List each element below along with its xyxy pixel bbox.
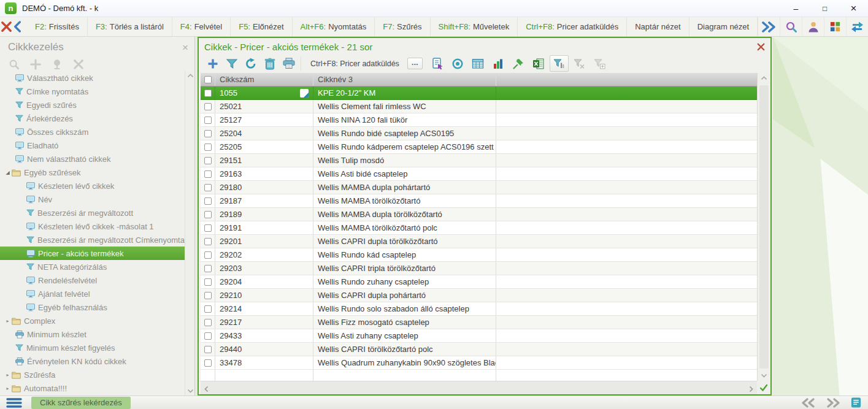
row-checkbox[interactable]	[204, 170, 212, 178]
table-row[interactable]: 25021Wellis Clement fali rimless WC	[201, 100, 757, 113]
sidebar-scrollbar[interactable]	[185, 71, 194, 396]
sidebar-item-beszerzesi-ar-megvaltozott-cimkenyomtat[interactable]: Beszerzési ár megváltozott Címkenyomtat	[0, 233, 185, 247]
row-checkbox[interactable]	[204, 143, 212, 151]
menu-icon[interactable]	[6, 397, 22, 408]
row-checkbox[interactable]	[204, 305, 212, 313]
table-row[interactable]: 29203Wellis CAPRI tripla törölközőtartó	[201, 262, 757, 275]
sidebar-item-pricer-akcios-termekek[interactable]: Pricer - akciós termékek	[0, 247, 185, 260]
scroll-right-icon[interactable]	[749, 386, 753, 392]
cmd-button-torles-a-listarol[interactable]: F3:Törlés a listáról	[88, 17, 172, 36]
chart-button[interactable]	[489, 55, 508, 72]
confirm-check-icon[interactable]	[757, 381, 770, 394]
table-row[interactable]: 25205Wellis Rundo kádperem csaptelep ACS…	[201, 140, 757, 154]
sidebar-item-valaszthato-cikkek[interactable]: Választható cikkek	[0, 71, 185, 85]
table-row[interactable]: 33478Wellis Quadrum zuhanykabin 90x90 sz…	[201, 356, 757, 370]
view-button[interactable]	[448, 55, 467, 72]
table-vertical-scrollbar[interactable]	[757, 73, 770, 381]
table-row[interactable]: 29187Wellis MAMBA törölközőtartó	[201, 194, 757, 208]
back-button[interactable]	[13, 17, 22, 36]
table-row[interactable]: 29189Wellis MAMBA dupla törölközőtartó	[201, 208, 757, 221]
minimize-button[interactable]: –	[782, 0, 810, 17]
collapsed-arrow-icon[interactable]: ▸	[4, 318, 12, 324]
cmd-button-pricer-adatkuldes[interactable]: Ctrl+F8:Pricer adatküldés	[518, 17, 627, 36]
sidebar-item-ajanlat-felvetel[interactable]: Ajánlat felvétel	[0, 287, 185, 300]
scroll-down-icon[interactable]	[761, 373, 767, 378]
filter-button[interactable]	[222, 55, 241, 72]
collapsed-arrow-icon[interactable]: ▸	[4, 372, 12, 378]
sidebar-item-egyeb-szuresek[interactable]: ◢Egyéb szűrések	[0, 166, 185, 179]
cmd-search-button[interactable]	[780, 17, 802, 36]
filter-add-button[interactable]	[590, 55, 609, 72]
table-row[interactable]: 29217Wellis Fizz mosogató csaptelep	[201, 316, 757, 329]
sidebar-item-nem-valaszthato-cikkek[interactable]: Nem választható cikkek	[0, 152, 185, 166]
select-all-checkbox[interactable]	[204, 76, 212, 83]
sidebar-item-arlekerdezes[interactable]: Árlekérdezés	[0, 112, 185, 125]
more-options-button[interactable]: ...	[407, 58, 423, 69]
row-checkbox[interactable]	[204, 90, 212, 97]
table-row[interactable]: 25204Wellis Rundo bidé csaptelep ACS0195	[201, 127, 757, 140]
cmd-button-nyomtatas[interactable]: Alt+F6:Nyomtatás	[293, 17, 375, 36]
filter-edit-button[interactable]	[550, 55, 569, 72]
panel-close-icon[interactable]	[756, 42, 766, 52]
report-button[interactable]	[428, 55, 447, 72]
row-checkbox[interactable]	[204, 251, 212, 259]
cmd-user-button[interactable]	[802, 17, 824, 36]
row-checkbox[interactable]	[204, 197, 212, 205]
cmd-transfer-button[interactable]	[846, 17, 868, 36]
cmd-chevrons-right-blue-button[interactable]	[758, 17, 780, 36]
sidebar-item-minimum-keszlet-figyeles[interactable]: Minimum készlet figyelés	[0, 341, 185, 354]
row-checkbox[interactable]	[204, 117, 212, 124]
cmd-button-felvetel[interactable]: F4:Felvétel	[172, 17, 231, 36]
filter-clear-button[interactable]	[570, 55, 589, 72]
scroll-up-icon[interactable]	[761, 76, 767, 80]
scroll-down-icon[interactable]	[187, 389, 194, 393]
cmd-button-frissites[interactable]: F2:Frissítés	[27, 17, 88, 36]
row-checkbox[interactable]	[204, 157, 212, 164]
sidebar-item-cimke-nyomtatas[interactable]: Címke nyomtatás	[0, 85, 185, 98]
table-row[interactable]: 29210Wellis CAPRI dupla pohártartó	[201, 289, 757, 302]
scroll-up-icon[interactable]	[187, 74, 194, 78]
pricer-send-button[interactable]: Ctrl+F8: Pricer adatküldés	[304, 55, 406, 72]
sidebar-item-rendelesfelvetel[interactable]: Rendelésfelvétel	[0, 273, 185, 287]
sidebar-item-neta-kategorizalas[interactable]: NETA kategórizálás	[0, 260, 185, 273]
sidebar-item-beszerzesi-ar-megvaltozott[interactable]: Beszerzési ár megváltozott	[0, 206, 185, 220]
table-row[interactable]: 29204Wellis Rundo zuhany csaptelep	[201, 275, 757, 289]
row-checkbox[interactable]	[204, 278, 212, 286]
table-row[interactable]: 29163Wellis Asti bidé csaptelep	[201, 167, 757, 181]
cmd-button-szures[interactable]: F7:Szűrés	[375, 17, 430, 36]
row-checkbox[interactable]	[204, 238, 212, 245]
scroll-left-icon[interactable]	[204, 386, 209, 392]
row-checkbox[interactable]	[204, 211, 212, 218]
print-button[interactable]	[279, 55, 298, 72]
table-row[interactable]: 1055KPE 20-1/2" KM	[201, 86, 757, 100]
cmd-apps-button[interactable]	[824, 17, 846, 36]
table-row[interactable]: 29440Wellis CAPRI törölközőtartó polc	[201, 343, 757, 356]
add-button[interactable]	[203, 55, 222, 72]
sidebar-item-egyedi-szures[interactable]: Egyedi szűrés	[0, 98, 185, 112]
row-checkbox[interactable]	[204, 103, 212, 110]
table-horizontal-scrollbar[interactable]	[201, 381, 757, 394]
sidebar-item-osszes-cikkszam[interactable]: Összes cikkszám	[0, 125, 185, 139]
sidebar-item-minimum-keszlet[interactable]: Minimum készlet	[0, 327, 185, 341]
cmd-button-elonezet[interactable]: F5:Előnézet	[231, 17, 292, 36]
row-checkbox[interactable]	[204, 332, 212, 340]
table-row[interactable]: 29191Wellis MAMBA törölközőtartó polc	[201, 221, 757, 235]
refresh-button[interactable]	[241, 55, 260, 72]
sidebar-item-ervenytelen-kn-kodu-cikkek[interactable]: Érvénytelen KN kódú cikkek	[0, 354, 185, 368]
status-tab[interactable]: Cikk szűrés lekérdezés	[31, 397, 131, 409]
table-row[interactable]: 29214Wellis Rundo solo szabadon álló csa…	[201, 302, 757, 316]
sidebar-item-complex[interactable]: ▸Complex	[0, 314, 185, 327]
row-checkbox[interactable]	[204, 359, 212, 367]
column-header-empty[interactable]	[496, 73, 757, 86]
cmd-button-diagram-nezet[interactable]: Diagram nézet	[689, 17, 758, 36]
status-doc-button[interactable]	[850, 397, 862, 408]
collapsed-arrow-icon[interactable]: ▸	[4, 386, 12, 391]
table-row[interactable]: 29180Wellis MAMBA dupla pohártartó	[201, 181, 757, 194]
close-button[interactable]: ×	[839, 0, 868, 17]
delete-button[interactable]	[260, 55, 279, 72]
row-checkbox[interactable]	[204, 184, 212, 191]
sidebar-close-icon[interactable]: ×	[182, 42, 188, 53]
status-chevrons-right-gray-button[interactable]	[826, 398, 840, 408]
expanded-arrow-icon[interactable]: ◢	[4, 170, 12, 175]
sidebar-item-keszleten-levo-cikkek-masolat-1[interactable]: Készleten lévő cikkek -másolat 1	[0, 220, 185, 233]
